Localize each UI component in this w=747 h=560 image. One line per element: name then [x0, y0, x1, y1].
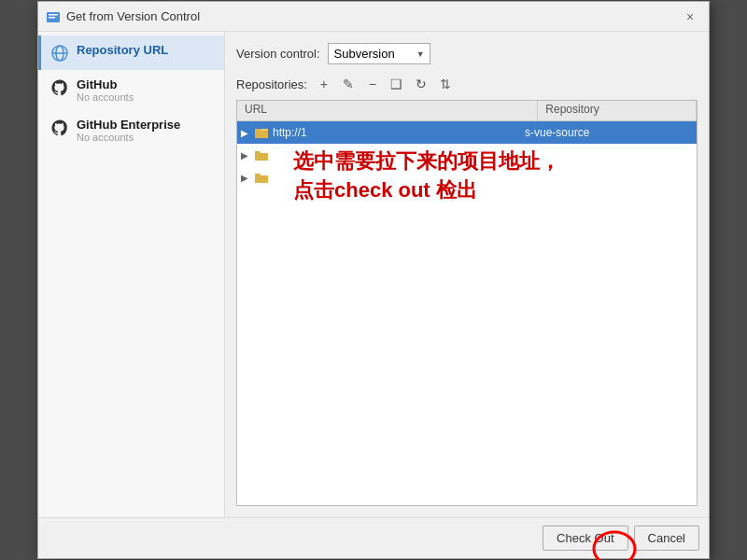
version-control-select-wrapper[interactable]: Subversion Git	[328, 43, 430, 64]
checkout-button-wrapper: Check Out	[543, 525, 627, 551]
sidebar-item-github[interactable]: GitHub No accounts	[38, 70, 224, 110]
github-icon	[50, 78, 69, 97]
repo-list-header: URL Repository	[237, 101, 697, 121]
folder-icon-0	[254, 125, 269, 140]
github-enterprise-icon	[50, 119, 69, 137]
svg-rect-2	[49, 17, 55, 19]
repository-list[interactable]: URL Repository ▶ http://1 s-vue-source ▶	[236, 100, 698, 506]
cancel-button[interactable]: Cancel	[634, 525, 699, 551]
folder-icon-1	[254, 147, 269, 162]
repo-row-2[interactable]: ▶	[237, 166, 697, 189]
sidebar-repository-url-label: Repository URL	[77, 43, 168, 57]
sidebar-github-enterprise-sublabel: No accounts	[77, 132, 180, 143]
svg-rect-1	[49, 14, 58, 16]
sidebar-github-sublabel: No accounts	[77, 91, 134, 103]
sidebar-item-content-github: GitHub No accounts	[77, 77, 134, 103]
repo-row-1[interactable]: ▶	[237, 144, 697, 166]
repo-header-name: Repository	[538, 101, 697, 120]
sidebar-github-enterprise-label: GitHub Enterprise	[77, 118, 180, 132]
refresh-repository-button[interactable]: ↻	[410, 74, 432, 94]
repositories-label: Repositories:	[236, 77, 307, 91]
sidebar-github-label: GitHub	[77, 77, 134, 91]
checkout-button[interactable]: Check Out	[543, 525, 627, 551]
folder-icon-2	[254, 170, 269, 185]
get-from-vcs-dialog: Get from Version Control × Repository UR…	[37, 1, 710, 559]
sidebar: Repository URL GitHub No accounts	[38, 32, 225, 517]
repo-name-0: s-vue-source	[525, 126, 693, 139]
bottom-bar: Check Out Cancel	[38, 517, 709, 558]
sort-repository-button[interactable]: ⇅	[434, 74, 457, 94]
dialog-title: Get from Version Control	[66, 9, 679, 23]
main-panel: Version control: Subversion Git Reposito…	[225, 32, 709, 517]
version-control-row: Version control: Subversion Git	[236, 43, 698, 64]
version-control-label: Version control:	[236, 47, 320, 61]
remove-repository-button[interactable]: −	[361, 74, 384, 94]
add-repository-button[interactable]: +	[313, 74, 335, 94]
close-button[interactable]: ×	[679, 6, 701, 28]
sidebar-item-repository-url[interactable]: Repository URL	[38, 35, 224, 70]
sidebar-item-content-github-enterprise: GitHub Enterprise No accounts	[77, 118, 180, 143]
repo-url-0: http://1	[273, 126, 525, 139]
edit-repository-button[interactable]: ✎	[337, 74, 359, 94]
title-bar: Get from Version Control ×	[38, 2, 709, 32]
expand-icon-0: ▶	[241, 128, 254, 138]
expand-icon-1: ▶	[241, 150, 254, 161]
sidebar-item-github-enterprise[interactable]: GitHub Enterprise No accounts	[38, 110, 224, 150]
repository-url-icon	[50, 44, 69, 63]
copy-repository-button[interactable]: ❑	[386, 74, 408, 94]
sidebar-item-content-repository-url: Repository URL	[77, 43, 168, 57]
repo-header-url: URL	[237, 101, 538, 120]
repositories-row: Repositories: + ✎ − ❑ ↻ ⇅	[236, 74, 698, 94]
repo-row-0[interactable]: ▶ http://1 s-vue-source	[237, 121, 697, 144]
dialog-body: Repository URL GitHub No accounts	[38, 32, 709, 517]
expand-icon-2: ▶	[241, 173, 254, 183]
title-icon	[46, 9, 61, 24]
version-control-select[interactable]: Subversion Git	[328, 43, 430, 64]
